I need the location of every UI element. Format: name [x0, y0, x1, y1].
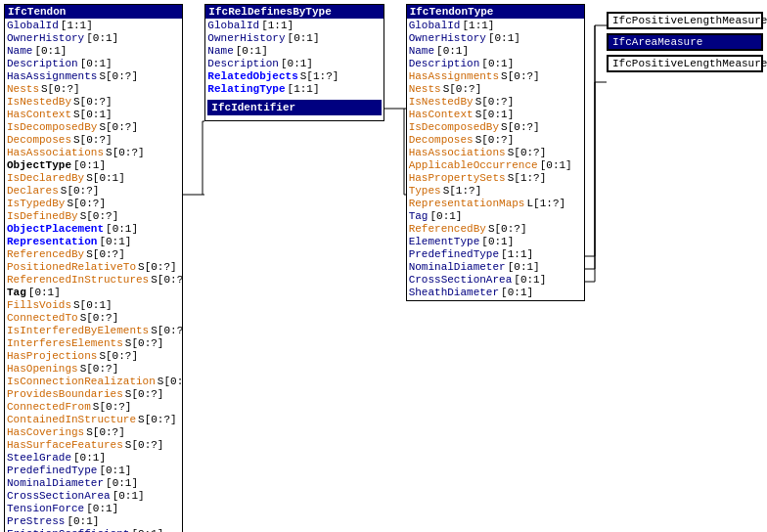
row-name: HasContext [409, 109, 474, 121]
table-row: IsDecomposedByS[0:?] [5, 121, 182, 134]
panel-1-title: IfcTendon [5, 5, 182, 19]
row-value: S[0:?] [475, 134, 515, 147]
row-value: [0:1] [501, 287, 533, 299]
row-value: S[0:?] [488, 223, 527, 236]
table-row: InterferesElementsS[0:?] [5, 337, 182, 350]
row-name: Description [409, 58, 480, 70]
row-value: [0:1] [429, 210, 462, 223]
main-container: IfcTendon GlobalId[1:1]OwnerHistory[0:1]… [0, 0, 767, 532]
row-name: Name [409, 45, 434, 58]
table-row: HasAssociationsS[0:?] [5, 147, 182, 159]
row-value: S[0:?] [443, 83, 482, 96]
row-value: [0:1] [514, 274, 546, 287]
row-name: Description [7, 58, 78, 70]
row-name: Description [207, 58, 279, 70]
row-name: ProvidesBoundaries [7, 388, 123, 401]
table-row: NestsS[0:?] [5, 83, 182, 96]
table-row: DecomposesS[0:?] [5, 134, 182, 147]
table-row: CrossSectionArea[0:1] [5, 490, 182, 503]
table-row: IsConnectionRealizationS[0:?] [5, 376, 182, 388]
table-row: ProvidesBoundariesS[0:?] [5, 388, 182, 401]
row-value: S[0:?] [99, 70, 138, 83]
table-row: HasPropertySetsS[1:?] [407, 172, 584, 185]
table-row: ConnectedFromS[0:?] [5, 401, 182, 414]
row-value: S[0:?] [475, 96, 515, 109]
row-name: Representation [7, 236, 97, 248]
row-value: [0:1] [106, 223, 138, 236]
row-value: L[1:?] [526, 198, 565, 210]
row-name: FillsVoids [7, 299, 71, 312]
row-value: S[0:?] [151, 325, 182, 337]
table-row: ApplicableOccurrence[0:1] [407, 159, 584, 172]
row-name: ObjectType [7, 159, 71, 172]
row-value: S[0:?] [508, 147, 547, 159]
connector-1-2-svg [183, 4, 204, 532]
table-row: Name[0:1] [407, 45, 584, 58]
row-value: S[0:?] [86, 426, 125, 439]
row-name: FrictionCoefficient [7, 528, 129, 532]
table-row: PredefinedType[1:1] [407, 248, 584, 261]
table-row: RepresentationMapsL[1:?] [407, 198, 584, 210]
row-value: S[0:?] [106, 147, 145, 159]
row-value: [0:1] [236, 45, 268, 58]
row-name: ReferencedBy [409, 223, 486, 236]
table-row: FillsVoidsS[0:1] [5, 299, 182, 312]
panel-3-content: GlobalId[1:1]OwnerHistory[0:1]Name[0:1]D… [407, 19, 584, 300]
table-row: HasAssignmentsS[0:?] [407, 70, 584, 83]
table-row: ContainedInStructureS[0:?] [5, 414, 182, 426]
table-row: IsNestedByS[0:?] [5, 96, 182, 109]
row-name: RelatingType [207, 83, 285, 96]
row-value: [0:1] [67, 515, 99, 528]
row-value: S[0:?] [138, 414, 177, 426]
panel-ifcreldefinesbytype: IfcRelDefinesByType GlobalId[1:1]OwnerHi… [204, 4, 384, 121]
panel-1-content: GlobalId[1:1]OwnerHistory[0:1]Name[0:1]D… [5, 19, 182, 532]
row-value: [1:1] [288, 83, 320, 96]
row-name: PredefinedType [409, 248, 499, 261]
row-name: HasSurfaceFeatures [7, 439, 123, 452]
row-value: S[0:?] [41, 83, 80, 96]
connector-1-2 [183, 4, 204, 528]
row-name: OwnerHistory [7, 32, 84, 45]
row-value: S[0:1] [86, 172, 125, 185]
row-name: PositionedRelativeTo [7, 261, 136, 274]
row-name: Declares [7, 185, 59, 198]
table-row: Description[0:1] [407, 58, 584, 70]
row-name: ReferencedInStructures [7, 274, 149, 287]
table-row: ElementType[0:1] [407, 236, 584, 248]
panel-3-title: IfcTendonType [407, 5, 584, 19]
row-name: GlobalId [207, 20, 259, 32]
row-value: [0:1] [281, 58, 313, 70]
row-name: InterferesElements [7, 337, 123, 350]
row-value: [1:1] [261, 20, 293, 32]
row-name: HasOpenings [7, 363, 78, 376]
table-row: HasAssignmentsS[0:?] [5, 70, 182, 83]
row-name: NominalDiameter [409, 261, 506, 274]
row-name: HasAssociations [7, 147, 104, 159]
row-value: [0:1] [481, 58, 514, 70]
ifc-type-item: IfcPositiveLengthMeasure [607, 12, 763, 29]
row-name: Decomposes [7, 134, 71, 147]
row-name: PredefinedType [7, 465, 97, 477]
row-value: S[0:?] [61, 185, 100, 198]
row-name: IsDefinedBy [7, 210, 78, 223]
table-row: Description[0:1] [5, 58, 182, 70]
row-value: S[1:?] [300, 70, 339, 83]
row-name: HasAssignments [409, 70, 499, 83]
row-name: IsDecomposedBy [7, 121, 97, 134]
panels-container: IfcTendon GlobalId[1:1]OwnerHistory[0:1]… [4, 4, 763, 528]
table-row: ObjectPlacement[0:1] [5, 223, 182, 236]
row-name: Decomposes [409, 134, 474, 147]
row-value: [0:1] [488, 32, 520, 45]
row-name: ReferencedBy [7, 248, 84, 261]
row-value: S[0:?] [99, 350, 138, 363]
panel-2-content: GlobalId[1:1]OwnerHistory[0:1]Name[0:1]D… [205, 19, 383, 120]
row-value: [0:1] [99, 465, 131, 477]
row-name: RelatedObjects [207, 70, 297, 83]
row-name: GlobalId [409, 20, 461, 32]
row-name: IsNestedBy [409, 96, 474, 109]
row-name: Tag [409, 210, 429, 223]
panel-2-title: IfcRelDefinesByType [205, 5, 383, 19]
table-row: Description[0:1] [205, 58, 383, 70]
table-row: IsDeclaredByS[0:1] [5, 172, 182, 185]
table-row: ConnectedToS[0:?] [5, 312, 182, 325]
